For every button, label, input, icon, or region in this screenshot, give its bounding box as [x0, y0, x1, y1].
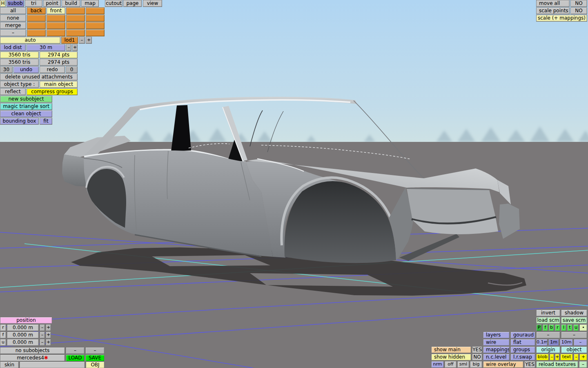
- select-none-button[interactable]: none: [0, 15, 26, 22]
- wire-overlay-button[interactable]: wire overlay: [483, 361, 523, 368]
- menu-page[interactable]: page: [123, 0, 142, 7]
- dash-button[interactable]: –: [536, 332, 560, 339]
- viewport-3d[interactable]: [0, 0, 588, 368]
- menu-build[interactable]: build: [62, 0, 80, 7]
- scale-points-toggle[interactable]: NO: [570, 7, 587, 14]
- grid-cell[interactable]: [27, 29, 46, 36]
- grid-cell[interactable]: [86, 22, 105, 29]
- lod1-button[interactable]: lod1: [61, 37, 78, 44]
- lod-dist-minus-button[interactable]: –: [66, 44, 71, 51]
- position-u-value[interactable]: 0.000 m: [7, 339, 39, 346]
- scale-mappings-button[interactable]: scale (+ mappings): [536, 15, 587, 22]
- grid-cell[interactable]: [66, 22, 85, 29]
- lod-dist-plus-button[interactable]: +: [72, 44, 78, 51]
- position-f-plus-button[interactable]: +: [46, 332, 51, 339]
- subobject-next-button[interactable]: –: [85, 347, 105, 354]
- grid-cell[interactable]: [66, 29, 85, 36]
- object-button[interactable]: object: [561, 346, 587, 353]
- proj-b-button[interactable]: b: [549, 324, 554, 331]
- save-scm-button[interactable]: save scm: [561, 317, 587, 324]
- show-main-button[interactable]: show main: [431, 346, 471, 353]
- grid-dash-button[interactable]: –: [574, 339, 587, 346]
- grid-cell[interactable]: [47, 22, 65, 29]
- redo-button[interactable]: redo: [40, 66, 65, 73]
- obj-export-button[interactable]: OBJ: [86, 361, 105, 368]
- text-plus-button[interactable]: +: [579, 354, 587, 361]
- grid-1m-button[interactable]: 1m: [548, 339, 559, 346]
- blob-button[interactable]: blob: [536, 354, 549, 361]
- lod-dist-value[interactable]: 30 m: [27, 44, 65, 51]
- mappings-button[interactable]: mappings: [483, 346, 510, 353]
- blob-minus-button[interactable]: –: [550, 354, 554, 361]
- menu-map[interactable]: map: [81, 0, 99, 7]
- move-all-button[interactable]: move all: [536, 0, 570, 7]
- text-minus-button[interactable]: –: [574, 354, 579, 361]
- view-front-button[interactable]: front: [47, 7, 65, 14]
- position-f-value[interactable]: 0.000 m: [7, 332, 39, 339]
- clean-object-button[interactable]: clean object: [0, 110, 52, 117]
- proj-f-button[interactable]: f: [543, 324, 548, 331]
- position-u-minus-button[interactable]: –: [40, 339, 45, 346]
- grid-cell[interactable]: [27, 15, 46, 22]
- position-r-plus-button[interactable]: +: [46, 324, 51, 331]
- new-subobject-button[interactable]: new subobject: [0, 96, 52, 103]
- proj-t-button[interactable]: t: [567, 324, 572, 331]
- gouraud-button[interactable]: gouraud: [510, 332, 535, 339]
- invert-button[interactable]: invert: [536, 310, 560, 316]
- bounding-box-button[interactable]: bounding box: [0, 118, 39, 125]
- grid-cell[interactable]: [86, 29, 105, 36]
- proj-r-button[interactable]: r: [555, 324, 560, 331]
- grid-cell[interactable]: [66, 15, 85, 22]
- grid-cell[interactable]: [27, 22, 46, 29]
- groups-button[interactable]: groups: [510, 346, 535, 353]
- position-r-minus-button[interactable]: –: [40, 324, 45, 331]
- delete-unused-attachments-button[interactable]: delete unused attachments: [0, 74, 78, 81]
- grid-cell[interactable]: [47, 15, 65, 22]
- menu-tri[interactable]: tri: [25, 0, 42, 7]
- proj-l-button[interactable]: l: [561, 324, 566, 331]
- show-main-toggle[interactable]: YES: [472, 346, 482, 353]
- load-button[interactable]: LOAD: [66, 355, 85, 361]
- show-hidden-toggle[interactable]: NO: [472, 354, 482, 361]
- subobject-prev-button[interactable]: –: [66, 347, 85, 354]
- fit-button[interactable]: fit: [40, 118, 52, 125]
- grid-01m-button[interactable]: 0.1m: [536, 339, 548, 346]
- auto-lod-button[interactable]: auto: [0, 37, 60, 44]
- text-button[interactable]: text: [560, 354, 573, 361]
- lod-plus-button[interactable]: +: [86, 37, 92, 44]
- position-header[interactable]: position: [0, 317, 52, 324]
- subobjects-status[interactable]: no subobjects: [0, 347, 65, 354]
- origin-button[interactable]: origin: [536, 346, 560, 353]
- magic-triangle-sort-button[interactable]: magic triangle sort: [0, 103, 52, 110]
- shadow-button[interactable]: shadow: [561, 310, 587, 316]
- lod-minus-button[interactable]: –: [79, 37, 85, 44]
- menu-cutout[interactable]: cutout: [105, 0, 122, 7]
- nrm-sml-button[interactable]: sml: [457, 361, 469, 368]
- dash-button[interactable]: –: [561, 332, 587, 339]
- nrm-off-button[interactable]: off: [445, 361, 457, 368]
- view-back-button[interactable]: back: [27, 7, 46, 14]
- nrm-big-button[interactable]: big: [470, 361, 482, 368]
- menu-point[interactable]: point: [43, 0, 61, 7]
- menu-subob[interactable]: subob: [7, 0, 24, 7]
- dash-button[interactable]: –: [0, 29, 26, 36]
- grid-cell[interactable]: [86, 7, 105, 14]
- undo-button[interactable]: undo: [13, 66, 39, 73]
- grid-10m-button[interactable]: 10m: [560, 339, 573, 346]
- reflect-button[interactable]: reflect: [0, 88, 26, 95]
- position-u-plus-button[interactable]: +: [46, 339, 51, 346]
- compress-groups-button[interactable]: compress groups: [27, 88, 78, 95]
- merge-button[interactable]: merge: [0, 22, 26, 29]
- move-all-toggle[interactable]: NO: [570, 0, 587, 7]
- reload-textures-dash-button[interactable]: –: [579, 361, 587, 368]
- select-all-button[interactable]: all: [0, 7, 26, 14]
- wire-button[interactable]: wire: [483, 339, 510, 346]
- proj-dot-button[interactable]: •: [579, 324, 587, 331]
- grid-cell[interactable]: [66, 7, 85, 14]
- menu-view[interactable]: view: [143, 0, 162, 7]
- grid-cell[interactable]: [47, 29, 65, 36]
- lr-swap-button[interactable]: l.r.swap: [510, 354, 535, 361]
- scale-points-button[interactable]: scale points: [536, 7, 570, 14]
- reload-textures-button[interactable]: reload textures: [536, 361, 578, 368]
- save-button[interactable]: SAVE: [85, 355, 105, 361]
